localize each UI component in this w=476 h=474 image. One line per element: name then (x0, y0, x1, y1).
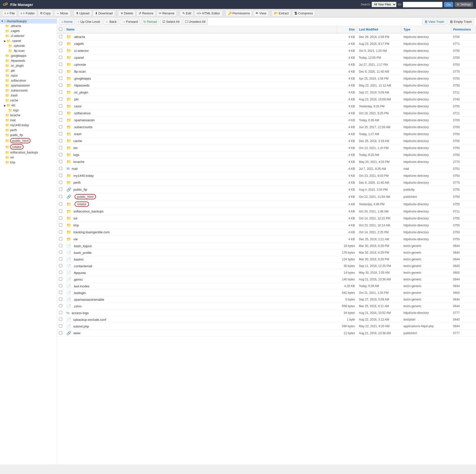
table-row[interactable]: 📁 .spamassassin 4 KB Today, 6:36 AM http… (57, 117, 476, 124)
row-checkbox-cell[interactable] (57, 172, 64, 179)
table-row[interactable]: 📁 lscache 4 KB May 20, 2021, 4:03 PM htt… (57, 158, 476, 165)
row-checkbox[interactable] (59, 97, 62, 101)
row-checkbox-cell[interactable] (57, 82, 64, 89)
sidebar-item[interactable]: 📁 .htpasswds (0, 58, 57, 63)
sidebar-item[interactable]: 📁 .subaccounts (0, 88, 57, 93)
table-row[interactable]: 📁 .subaccounts 4 KB Jun 25, 2017, 12:26 … (57, 124, 476, 131)
row-name-cell[interactable]: 📁 .htpasswds (64, 82, 337, 89)
table-row[interactable]: 📁 tracking.lisamgentile.com 4 KB Oct 14,… (57, 229, 476, 236)
row-checkbox-cell[interactable] (57, 256, 64, 263)
row-checkbox-cell[interactable] (57, 276, 64, 283)
row-name-cell[interactable]: 🔗 public_html (64, 193, 337, 201)
row-name-cell[interactable]: 📁 .ftp-scan (64, 68, 337, 75)
row-checkbox[interactable] (59, 331, 62, 334)
row-name-cell[interactable]: 📁 my1440.today (64, 172, 337, 179)
table-row[interactable]: 📄 .spamassassinenable 0 bytes Sep 27, 20… (57, 296, 476, 303)
table-row[interactable]: 📄 .bash_logout 18 bytes Mar 30, 2016, 6:… (57, 243, 476, 249)
table-row[interactable]: 📄 .last.inodes 4.26 KB Today, 5:39 AM te… (57, 283, 476, 290)
move-button[interactable]: ↔ Move (54, 10, 70, 16)
row-name-cell[interactable]: 📁 var (64, 236, 337, 243)
sidebar-item[interactable]: 📁 rotator (0, 144, 57, 150)
table-row[interactable]: 📄 .bashrc 124 bytes Mar 30, 2016, 6:29 P… (57, 256, 476, 263)
row-checkbox[interactable] (59, 167, 62, 170)
row-name-cell[interactable]: 📁 perl5 (64, 179, 337, 186)
table-row[interactable]: 📁 .nc_plugin 4 KB Sep 27, 2019, 5:09 AM … (57, 89, 476, 96)
table-row[interactable]: 📁 .razor 4 KB Yesterday, 9:26 PM httpd/u… (57, 103, 476, 110)
upload-button[interactable]: ⬆ Upload (74, 10, 92, 16)
new-folder-button[interactable]: + + Folder (18, 10, 37, 16)
row-checkbox[interactable] (59, 35, 62, 38)
view-trash-button[interactable]: 🗑 View Trash (422, 19, 446, 25)
row-name-cell[interactable]: 📁 .attracta (64, 33, 337, 40)
row-checkbox-cell[interactable] (57, 296, 64, 303)
table-row[interactable]: 📄 .contactemail 30 bytes Sep 11, 2018, 1… (57, 263, 476, 269)
row-name-cell[interactable]: 📁 tracking.lisamgentile.com (64, 229, 337, 236)
rename-button[interactable]: ✏ Rename (157, 10, 177, 16)
row-name-cell[interactable]: 📄 .ftpquota (64, 269, 337, 276)
row-checkbox-cell[interactable] (57, 61, 64, 68)
unselect-all-button[interactable]: ☐ Unselect All (183, 19, 208, 25)
sidebar-item[interactable]: 📁 ssl (0, 155, 57, 160)
row-name-cell[interactable]: 📄 .bash_profile (64, 249, 337, 256)
row-checkbox-cell[interactable] (57, 117, 64, 124)
type-column-header[interactable]: Type (402, 26, 451, 33)
table-row[interactable]: 📁 .ftp-scan 4 KB Dec 6, 2020, 11:40 AM h… (57, 68, 476, 75)
sidebar-item[interactable]: ▶📁 .cpanel (0, 38, 57, 43)
table-row[interactable]: 📁 cache 4 KB Dec 25, 2016, 3:18 AM httpd… (57, 138, 476, 145)
row-name-cell[interactable]: 📁 .pki (64, 96, 337, 103)
row-checkbox[interactable] (59, 216, 62, 220)
row-checkbox[interactable] (59, 104, 62, 108)
row-checkbox[interactable] (59, 132, 62, 135)
up-one-level-button[interactable]: ↑ Up One Level (76, 19, 102, 25)
permissions-column-header[interactable]: Permissions (451, 26, 476, 33)
table-row[interactable]: 🔗 www 11 bytes Aug 21, 2016, 10:36 AM pu… (57, 330, 476, 337)
table-row[interactable]: 📁 .cl.selector 4 KB Oct 5, 2021, 1:20 AM… (57, 47, 476, 54)
copy-button[interactable]: ⧉ Copy (38, 10, 53, 16)
sidebar-item[interactable]: 📁 tmp (0, 160, 57, 165)
row-checkbox-cell[interactable] (57, 124, 64, 131)
row-checkbox-cell[interactable] (57, 40, 64, 47)
back-button[interactable]: ← Back (103, 19, 119, 25)
sidebar-item[interactable]: 📁 my1440.today (0, 123, 57, 128)
size-column-header[interactable]: Size (337, 26, 357, 33)
home-button[interactable]: ⌂ Home (59, 19, 75, 25)
row-checkbox[interactable] (59, 195, 62, 198)
row-checkbox-cell[interactable] (57, 68, 64, 75)
name-column-header[interactable]: Name (64, 26, 337, 33)
row-checkbox[interactable] (59, 118, 62, 121)
row-checkbox-cell[interactable] (57, 47, 64, 54)
permissions-button[interactable]: 🔑 Permissions (226, 10, 252, 16)
row-checkbox[interactable] (59, 77, 62, 80)
table-row[interactable]: 📁 .cphorde 4 KB Jul 27, 2021, 2:17 PM ht… (57, 61, 476, 68)
row-checkbox[interactable] (59, 230, 62, 234)
row-checkbox-cell[interactable] (57, 208, 64, 215)
table-row[interactable]: 📄 .zshrc 658 bytes Mar 25, 2016, 6:11 AM… (57, 303, 476, 310)
row-checkbox[interactable] (59, 153, 62, 156)
table-row[interactable]: 📁 .softaculous 4 KB Oct 19, 2021, 6:25 P… (57, 110, 476, 117)
sidebar-item[interactable]: ▶📁 etc (0, 103, 57, 108)
row-name-cell[interactable]: 📄 .lastlogin (64, 290, 337, 296)
row-checkbox-cell[interactable] (57, 243, 64, 249)
row-checkbox-cell[interactable] (57, 290, 64, 296)
table-row[interactable]: 📄 .bash_profile 176 bytes Mar 30, 2016, … (57, 249, 476, 256)
row-name-cell[interactable]: 📁 .razor (64, 103, 337, 110)
sidebar-item[interactable]: 📁 softaculous_backups (0, 150, 57, 155)
download-button[interactable]: ⬇ Download (93, 10, 115, 16)
table-row[interactable]: 📁 tmp 4 KB Oct 23, 2021, 10:14 AM httpd/… (57, 222, 476, 229)
row-name-cell[interactable]: 📁 ssl (64, 215, 337, 222)
row-name-cell[interactable]: 📁 lscache (64, 158, 337, 165)
select-all-button[interactable]: ☑ Select All (160, 19, 181, 25)
new-file-button[interactable]: + + File (2, 10, 17, 16)
sidebar-item[interactable]: 📁 .razor (0, 73, 57, 78)
row-checkbox-cell[interactable] (57, 110, 64, 117)
row-name-cell[interactable]: 📄 submit.php (64, 323, 337, 330)
row-checkbox-cell[interactable] (57, 269, 64, 276)
row-name-cell[interactable]: 📁 .cl.selector (64, 47, 337, 54)
search-input[interactable] (403, 2, 443, 7)
table-row[interactable]: 🔗 public_html 4 KB Oct 22, 2021, 11:04 A… (57, 193, 476, 201)
row-checkbox[interactable] (59, 318, 62, 321)
row-checkbox[interactable] (59, 244, 62, 247)
row-name-cell[interactable]: ⇆ access-logs (64, 310, 337, 316)
table-row[interactable]: 📄 .lastlogin 642 bytes Oct 21, 2021, 1:5… (57, 290, 476, 296)
row-checkbox-cell[interactable] (57, 54, 64, 61)
